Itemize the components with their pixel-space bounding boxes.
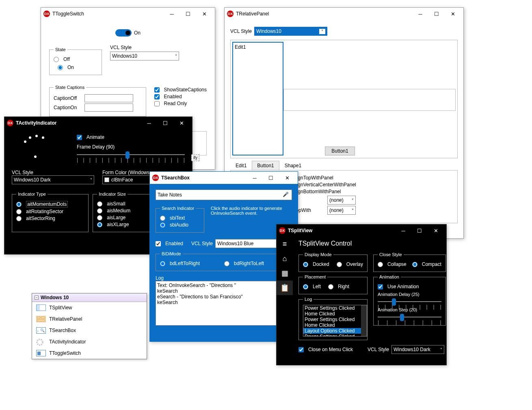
anim-delay-slider[interactable]: |||||||||| <box>378 297 441 306</box>
vcl-label: VCL Style <box>110 45 132 50</box>
close-button[interactable]: ✕ <box>445 9 461 19</box>
titlebar-toggle: DX TToggleSwitch ─ ☐ ✕ <box>41 8 215 20</box>
anim-step-slider[interactable]: |||||||| <box>378 312 441 322</box>
caption-on-input[interactable] <box>84 104 133 112</box>
app-icon: DX <box>43 11 50 17</box>
close-button[interactable]: ✕ <box>173 118 190 128</box>
docked-radio[interactable] <box>303 262 308 267</box>
titlebar-activity: DX TActivityIndicator ─ ☐ ✕ <box>4 117 192 129</box>
palette-item-activity[interactable]: TActivityIndicator <box>32 336 147 347</box>
relativepanel-icon <box>36 316 46 322</box>
log-scrollbar[interactable] <box>361 305 367 336</box>
titlebar-split: DX TSplitView ─ ☐ ✕ <box>277 224 446 237</box>
minimize-button[interactable]: ─ <box>412 9 428 19</box>
window-title: TToggleSwitch <box>52 11 164 17</box>
home-icon[interactable]: ⌂ <box>277 251 293 266</box>
maximize-button[interactable]: ☐ <box>411 225 428 236</box>
toggle-switch[interactable] <box>115 29 132 37</box>
minimize-button[interactable]: ─ <box>247 173 263 183</box>
enabled-check[interactable] <box>154 94 160 99</box>
window-title: TRelativePanel <box>236 11 412 17</box>
window-title: TSearchBox <box>161 175 247 181</box>
svg-rect-1 <box>37 317 40 319</box>
edit1-panel[interactable]: Edit1 <box>232 42 283 155</box>
minimize-button[interactable]: ─ <box>395 225 411 236</box>
readonly-check[interactable] <box>154 101 160 106</box>
app-icon: DX <box>7 120 13 126</box>
state-on-radio[interactable] <box>58 65 63 70</box>
type-momentum-radio[interactable] <box>16 202 22 207</box>
vcl-select[interactable]: Windows10˅ <box>110 52 179 60</box>
clipboard-icon[interactable]: 📋 <box>277 281 293 295</box>
vcl-style-label: VCL Style <box>230 28 252 34</box>
log-list[interactable]: Text: OnInvokeSearch - "Directions " keS… <box>156 281 292 326</box>
toggle-icon <box>36 350 46 356</box>
overlay-radio[interactable] <box>337 262 342 267</box>
captions-legend: State Captions <box>54 85 86 90</box>
close-menu-check[interactable] <box>298 347 304 352</box>
vcl-select[interactable]: Windows10 Dark˅ <box>12 175 94 184</box>
mic-icon[interactable]: 🎤 <box>283 192 289 197</box>
collapse-radio[interactable] <box>378 262 383 267</box>
above-select[interactable]: (none)˅ <box>327 196 356 205</box>
maximize-button[interactable]: ☐ <box>157 118 173 128</box>
svg-point-4 <box>37 339 43 345</box>
close-button[interactable]: ✕ <box>196 9 212 19</box>
hamburger-icon[interactable]: ≡ <box>277 237 293 251</box>
palette-item-toggle[interactable]: TToggleSwitch <box>32 347 147 359</box>
enabled-check[interactable] <box>156 241 161 246</box>
tab-edit1[interactable]: Edit1 <box>230 161 252 170</box>
minimize-button[interactable]: ─ <box>141 118 157 128</box>
show-captions-check[interactable] <box>154 87 160 93</box>
sbi-audio-radio[interactable] <box>160 222 165 228</box>
log-label: Log <box>156 275 292 281</box>
app-icon: DX <box>227 11 234 17</box>
collapse-icon[interactable]: − <box>35 296 39 300</box>
svg-rect-2 <box>41 317 45 319</box>
tab-shape1[interactable]: Shape1 <box>279 161 307 170</box>
palette-item-searchbox[interactable]: I🔍TSearchBox <box>32 325 147 336</box>
maximize-button[interactable]: ☐ <box>180 9 196 19</box>
size-large-radio[interactable] <box>97 215 102 220</box>
type-rotating-radio[interactable] <box>16 209 22 214</box>
vcl-select[interactable]: Windows10 Dark˅ <box>391 345 444 354</box>
maximize-button[interactable]: ☐ <box>428 9 445 19</box>
svg-rect-3 <box>37 319 45 322</box>
frame-delay-slider[interactable]: |||||||||||||||||| <box>77 150 185 160</box>
titlebar-relative: DX TRelativePanel ─ ☐ ✕ <box>225 8 463 20</box>
app-icon: DX <box>279 227 285 234</box>
type-sector-radio[interactable] <box>16 216 22 221</box>
palette-item-relativepanel[interactable]: TRelativePanel <box>32 313 147 325</box>
caption-off-input[interactable] <box>84 94 133 102</box>
right-radio[interactable] <box>328 284 333 289</box>
tab-button1[interactable]: Button1 <box>252 161 279 170</box>
bidi-ltr-radio[interactable] <box>160 261 165 266</box>
split-log[interactable]: Power Settings Clicked Home Clicked Powe… <box>303 305 367 337</box>
app-icon: DX <box>152 175 159 181</box>
frame-delay-label: Frame Delay (90) <box>77 144 185 150</box>
use-anim-check[interactable] <box>378 284 383 289</box>
sbi-text-radio[interactable] <box>160 216 165 221</box>
state-off-radio[interactable] <box>54 57 59 62</box>
minimize-button[interactable]: ─ <box>164 9 180 19</box>
close-button[interactable]: ✕ <box>279 173 295 183</box>
maximize-button[interactable]: ☐ <box>263 173 279 183</box>
left-radio[interactable] <box>303 284 308 289</box>
layout-icon[interactable]: ▦ <box>277 266 293 281</box>
searchbox-icon: I🔍 <box>36 327 46 334</box>
size-medium-radio[interactable] <box>97 208 102 214</box>
activity-icon <box>36 339 46 345</box>
size-xlarge-radio[interactable] <box>97 222 102 227</box>
size-small-radio[interactable] <box>97 201 102 207</box>
aligntopwith-select[interactable]: (none)˅ <box>327 206 356 215</box>
animate-check[interactable] <box>77 135 82 140</box>
bidi-rtl-radio[interactable] <box>224 261 229 266</box>
shape1-panel <box>283 89 456 111</box>
search-input[interactable] <box>156 190 292 200</box>
close-button[interactable]: ✕ <box>428 225 444 236</box>
vcl-style-select[interactable]: Windows10˅ <box>254 27 327 36</box>
palette-header[interactable]: − Windows 10 <box>32 293 147 302</box>
compact-radio[interactable] <box>412 262 417 267</box>
button1[interactable]: Button1 <box>325 147 355 155</box>
palette-item-splitview[interactable]: TSplitView <box>32 302 147 313</box>
